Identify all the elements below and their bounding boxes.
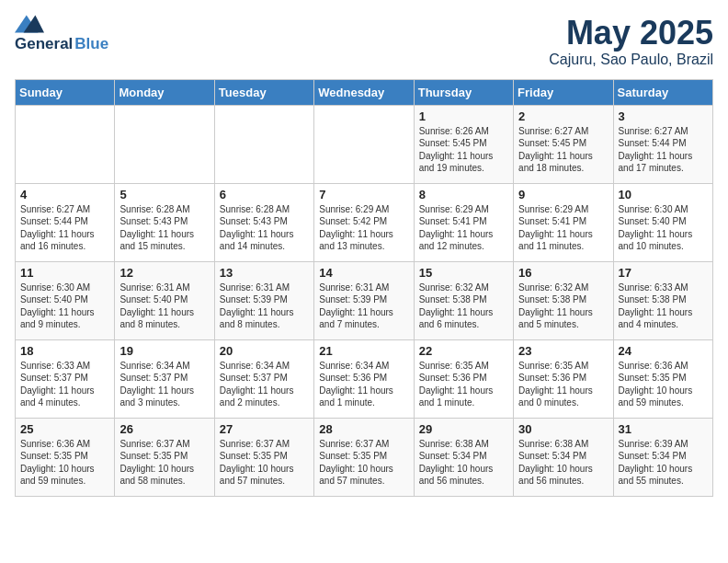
day-number: 27: [220, 422, 309, 436]
day-number: 21: [319, 344, 408, 358]
day-cell: 22Sunrise: 6:35 AM Sunset: 5:36 PM Dayli…: [414, 339, 513, 418]
day-info: Sunrise: 6:30 AM Sunset: 5:40 PM Dayligh…: [20, 282, 109, 331]
day-number: 30: [518, 422, 608, 436]
day-number: 4: [20, 188, 109, 201]
day-info: Sunrise: 6:29 AM Sunset: 5:42 PM Dayligh…: [319, 203, 408, 253]
day-info: Sunrise: 6:32 AM Sunset: 5:38 PM Dayligh…: [518, 282, 608, 331]
day-info: Sunrise: 6:37 AM Sunset: 5:35 PM Dayligh…: [319, 438, 408, 488]
header-tuesday: Tuesday: [214, 79, 313, 105]
day-cell: 23Sunrise: 6:35 AM Sunset: 5:36 PM Dayli…: [514, 339, 613, 418]
day-info: Sunrise: 6:27 AM Sunset: 5:44 PM Dayligh…: [20, 203, 109, 253]
day-info: Sunrise: 6:33 AM Sunset: 5:37 PM Dayligh…: [20, 360, 109, 409]
day-cell: 29Sunrise: 6:38 AM Sunset: 5:34 PM Dayli…: [414, 418, 513, 496]
day-number: 14: [319, 266, 408, 280]
day-number: 28: [319, 422, 408, 436]
day-number: 16: [518, 266, 608, 280]
page-header: General Blue May 2025 Cajuru, Sao Paulo,…: [15, 15, 713, 68]
day-info: Sunrise: 6:31 AM Sunset: 5:39 PM Dayligh…: [319, 282, 408, 331]
day-info: Sunrise: 6:38 AM Sunset: 5:34 PM Dayligh…: [419, 438, 508, 488]
day-cell: 14Sunrise: 6:31 AM Sunset: 5:39 PM Dayli…: [314, 261, 414, 339]
day-number: 1: [419, 109, 508, 123]
day-info: Sunrise: 6:34 AM Sunset: 5:37 PM Dayligh…: [119, 360, 209, 409]
day-cell: 17Sunrise: 6:33 AM Sunset: 5:38 PM Dayli…: [613, 261, 712, 339]
day-cell: 31Sunrise: 6:39 AM Sunset: 5:34 PM Dayli…: [613, 418, 712, 496]
day-cell: 26Sunrise: 6:37 AM Sunset: 5:35 PM Dayli…: [115, 418, 214, 496]
day-cell: 15Sunrise: 6:32 AM Sunset: 5:38 PM Dayli…: [414, 261, 513, 339]
day-number: 7: [319, 188, 408, 201]
day-number: 10: [619, 188, 708, 201]
day-number: 2: [518, 109, 608, 123]
day-cell: 28Sunrise: 6:37 AM Sunset: 5:35 PM Dayli…: [314, 418, 414, 496]
header-wednesday: Wednesday: [314, 79, 414, 105]
day-info: Sunrise: 6:36 AM Sunset: 5:35 PM Dayligh…: [619, 360, 708, 409]
day-number: 29: [419, 422, 508, 436]
day-cell: 2Sunrise: 6:27 AM Sunset: 5:45 PM Daylig…: [514, 105, 613, 183]
day-number: 3: [619, 109, 708, 123]
week-row-2: 4Sunrise: 6:27 AM Sunset: 5:44 PM Daylig…: [16, 183, 713, 261]
day-info: Sunrise: 6:29 AM Sunset: 5:41 PM Dayligh…: [419, 203, 508, 253]
day-info: Sunrise: 6:35 AM Sunset: 5:36 PM Dayligh…: [419, 360, 508, 409]
day-cell: 12Sunrise: 6:31 AM Sunset: 5:40 PM Dayli…: [115, 261, 214, 339]
day-info: Sunrise: 6:34 AM Sunset: 5:36 PM Dayligh…: [319, 360, 408, 409]
calendar-table: SundayMondayTuesdayWednesdayThursdayFrid…: [15, 79, 713, 497]
header-monday: Monday: [115, 79, 214, 105]
day-info: Sunrise: 6:38 AM Sunset: 5:34 PM Dayligh…: [518, 438, 608, 488]
day-cell: 8Sunrise: 6:29 AM Sunset: 5:41 PM Daylig…: [414, 183, 513, 261]
day-cell: 16Sunrise: 6:32 AM Sunset: 5:38 PM Dayli…: [514, 261, 613, 339]
day-number: 6: [220, 188, 309, 201]
logo: General Blue: [15, 15, 108, 53]
day-cell: 5Sunrise: 6:28 AM Sunset: 5:43 PM Daylig…: [115, 183, 214, 261]
day-number: 12: [119, 266, 209, 280]
day-number: 15: [419, 266, 508, 280]
day-info: Sunrise: 6:31 AM Sunset: 5:40 PM Dayligh…: [119, 282, 209, 331]
day-info: Sunrise: 6:27 AM Sunset: 5:45 PM Dayligh…: [518, 125, 608, 175]
day-cell: 4Sunrise: 6:27 AM Sunset: 5:44 PM Daylig…: [16, 183, 115, 261]
day-number: 31: [619, 422, 708, 436]
day-cell: 7Sunrise: 6:29 AM Sunset: 5:42 PM Daylig…: [314, 183, 414, 261]
day-number: 5: [119, 188, 209, 201]
day-info: Sunrise: 6:37 AM Sunset: 5:35 PM Dayligh…: [119, 438, 209, 488]
day-number: 25: [20, 422, 109, 436]
day-cell: 24Sunrise: 6:36 AM Sunset: 5:35 PM Dayli…: [613, 339, 712, 418]
day-number: 11: [20, 266, 109, 280]
day-number: 13: [220, 266, 309, 280]
day-cell: 3Sunrise: 6:27 AM Sunset: 5:44 PM Daylig…: [613, 105, 712, 183]
day-cell: 30Sunrise: 6:38 AM Sunset: 5:34 PM Dayli…: [514, 418, 613, 496]
day-cell: [314, 105, 414, 183]
header-thursday: Thursday: [414, 79, 513, 105]
header-sunday: Sunday: [16, 79, 115, 105]
day-info: Sunrise: 6:30 AM Sunset: 5:40 PM Dayligh…: [619, 203, 708, 253]
day-cell: [16, 105, 115, 183]
logo-general: General: [15, 35, 73, 53]
day-cell: [115, 105, 214, 183]
logo-icon: [15, 15, 44, 33]
day-number: 26: [119, 422, 209, 436]
day-cell: 6Sunrise: 6:28 AM Sunset: 5:43 PM Daylig…: [214, 183, 313, 261]
calendar-subtitle: Cajuru, Sao Paulo, Brazil: [549, 52, 713, 68]
day-info: Sunrise: 6:37 AM Sunset: 5:35 PM Dayligh…: [220, 438, 309, 488]
day-cell: 19Sunrise: 6:34 AM Sunset: 5:37 PM Dayli…: [115, 339, 214, 418]
day-info: Sunrise: 6:34 AM Sunset: 5:37 PM Dayligh…: [220, 360, 309, 409]
day-number: 18: [20, 344, 109, 358]
day-cell: 27Sunrise: 6:37 AM Sunset: 5:35 PM Dayli…: [214, 418, 313, 496]
day-cell: 20Sunrise: 6:34 AM Sunset: 5:37 PM Dayli…: [214, 339, 313, 418]
day-number: 22: [419, 344, 508, 358]
day-info: Sunrise: 6:32 AM Sunset: 5:38 PM Dayligh…: [419, 282, 508, 331]
calendar-header-row: SundayMondayTuesdayWednesdayThursdayFrid…: [16, 79, 713, 105]
day-number: 24: [619, 344, 708, 358]
week-row-3: 11Sunrise: 6:30 AM Sunset: 5:40 PM Dayli…: [16, 261, 713, 339]
day-info: Sunrise: 6:33 AM Sunset: 5:38 PM Dayligh…: [619, 282, 708, 331]
day-number: 23: [518, 344, 608, 358]
week-row-5: 25Sunrise: 6:36 AM Sunset: 5:35 PM Dayli…: [16, 418, 713, 496]
week-row-1: 1Sunrise: 6:26 AM Sunset: 5:45 PM Daylig…: [16, 105, 713, 183]
day-info: Sunrise: 6:28 AM Sunset: 5:43 PM Dayligh…: [119, 203, 209, 253]
day-cell: 10Sunrise: 6:30 AM Sunset: 5:40 PM Dayli…: [613, 183, 712, 261]
day-cell: 13Sunrise: 6:31 AM Sunset: 5:39 PM Dayli…: [214, 261, 313, 339]
week-row-4: 18Sunrise: 6:33 AM Sunset: 5:37 PM Dayli…: [16, 339, 713, 418]
title-block: May 2025 Cajuru, Sao Paulo, Brazil: [549, 15, 713, 68]
day-info: Sunrise: 6:27 AM Sunset: 5:44 PM Dayligh…: [619, 125, 708, 175]
header-friday: Friday: [514, 79, 613, 105]
day-number: 19: [119, 344, 209, 358]
day-number: 20: [220, 344, 309, 358]
day-number: 9: [518, 188, 608, 201]
